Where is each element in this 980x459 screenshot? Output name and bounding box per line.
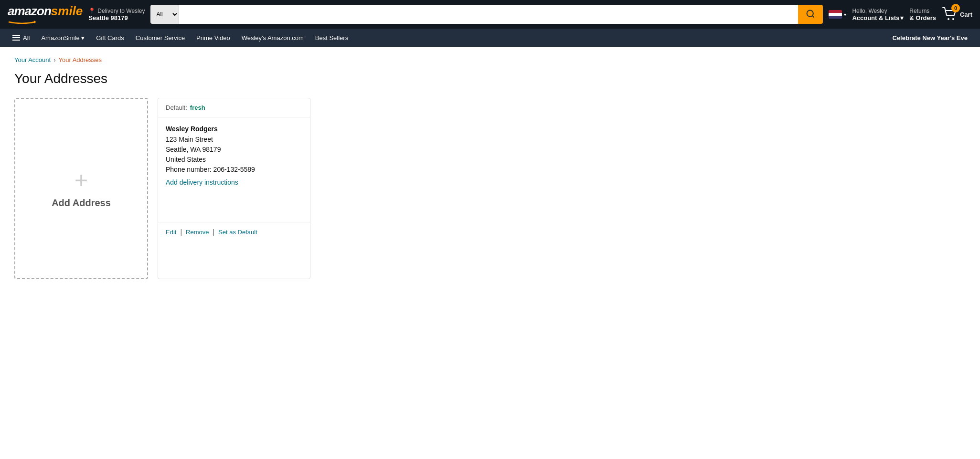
account-chevron-icon: ▾ xyxy=(900,14,904,21)
best-sellers-label: Best Sellers xyxy=(315,34,348,42)
breadcrumb: Your Account › Your Addresses xyxy=(14,56,966,63)
account-menu[interactable]: Hello, Wesley Account & Lists ▾ xyxy=(852,8,904,21)
edit-address-link[interactable]: Edit xyxy=(166,229,176,236)
svg-point-3 xyxy=(948,18,949,20)
add-address-card[interactable]: + Add Address xyxy=(14,98,148,279)
address-street: 123 Main Street xyxy=(166,135,302,145)
search-bar: All xyxy=(150,5,823,24)
navbar: All AmazonSmile ▾ Gift Cards Customer Se… xyxy=(0,29,980,47)
logo[interactable]: amazonsmile xyxy=(8,4,83,25)
returns-line1: Returns xyxy=(909,8,936,14)
plus-icon: + xyxy=(75,169,88,192)
page-title: Your Addresses xyxy=(14,71,966,86)
main-content: Your Account › Your Addresses Your Addre… xyxy=(0,47,980,381)
remove-address-link[interactable]: Remove xyxy=(186,229,209,236)
navbar-customer-service[interactable]: Customer Service xyxy=(131,31,190,44)
navbar-celebrate[interactable]: Celebrate New Year's Eve xyxy=(887,31,972,44)
chevron-down-icon: ▾ xyxy=(844,12,846,17)
search-category-select[interactable]: All xyxy=(150,5,179,24)
header: amazonsmile 📍 Delivery to Wesley Seattle… xyxy=(0,0,980,29)
address-card-header: Default: fresh xyxy=(158,98,310,117)
customer-service-label: Customer Service xyxy=(136,34,185,42)
cart-count: 0 xyxy=(951,4,960,12)
navbar-amazonsmile[interactable]: AmazonSmile ▾ xyxy=(36,31,89,44)
footer-separator-1: | xyxy=(180,228,182,236)
logo-arrow xyxy=(8,20,83,25)
search-input[interactable] xyxy=(179,5,798,24)
location-icon: 📍 xyxy=(88,8,96,14)
add-delivery-instructions-link[interactable]: Add delivery instructions xyxy=(166,178,238,186)
celebrate-label: Celebrate New Year's Eve xyxy=(892,34,968,42)
address-name: Wesley Rodgers xyxy=(166,125,302,133)
breadcrumb-parent-link[interactable]: Your Account xyxy=(14,56,51,63)
add-address-label: Add Address xyxy=(52,198,111,209)
address-city-state-zip: Seattle, WA 98179 xyxy=(166,145,302,155)
delivery-line2-text: Seattle 98179 xyxy=(88,14,145,21)
logo-amazon-text: amazon xyxy=(8,4,51,19)
cart[interactable]: 0 Cart xyxy=(942,7,972,22)
prime-video-label: Prime Video xyxy=(196,34,230,42)
breadcrumb-separator: › xyxy=(53,56,55,63)
us-flag-icon xyxy=(829,10,842,19)
fresh-label: fresh xyxy=(190,104,205,111)
returns-orders[interactable]: Returns & Orders xyxy=(909,8,936,21)
cart-icon xyxy=(942,15,958,22)
footer-separator-2: | xyxy=(213,228,214,236)
account-lists-label: Account & Lists xyxy=(852,14,899,21)
navbar-best-sellers[interactable]: Best Sellers xyxy=(310,31,353,44)
navbar-all-button[interactable]: All xyxy=(8,31,34,44)
delivery-location[interactable]: 📍 Delivery to Wesley Seattle 98179 xyxy=(88,8,145,21)
address-card-footer: Edit | Remove | Set as Default xyxy=(158,222,310,241)
address-phone: Phone number: 206-132-5589 xyxy=(166,165,302,175)
address-country: United States xyxy=(166,155,302,165)
svg-point-1 xyxy=(807,10,813,16)
gift-cards-label: Gift Cards xyxy=(96,34,124,42)
navbar-gift-cards[interactable]: Gift Cards xyxy=(91,31,129,44)
addresses-grid: + Add Address Default: fresh Wesley Rodg… xyxy=(14,98,966,279)
search-button[interactable] xyxy=(798,5,823,24)
breadcrumb-current: Your Addresses xyxy=(58,56,102,63)
logo-smile-text: smile xyxy=(51,4,83,19)
account-greeting: Hello, Wesley xyxy=(852,8,904,14)
cart-label: Cart xyxy=(960,11,972,18)
wesleys-amazon-label: Wesley's Amazon.com xyxy=(242,34,304,42)
language-selector[interactable]: ▾ xyxy=(829,10,846,19)
navbar-wesleys-amazon[interactable]: Wesley's Amazon.com xyxy=(237,31,309,44)
default-label: Default: xyxy=(166,104,187,111)
hamburger-icon xyxy=(12,35,20,41)
navbar-prime-video[interactable]: Prime Video xyxy=(192,31,235,44)
navbar-all-label: All xyxy=(23,34,30,42)
amazonsmile-chevron-icon: ▾ xyxy=(81,34,85,42)
delivery-line1-text: Delivery to Wesley xyxy=(97,8,145,14)
set-default-link[interactable]: Set as Default xyxy=(218,229,257,236)
svg-line-2 xyxy=(812,15,814,17)
svg-point-4 xyxy=(952,18,954,20)
address-card-body: Wesley Rodgers 123 Main Street Seattle, … xyxy=(158,117,310,222)
svg-marker-0 xyxy=(34,21,36,23)
address-card: Default: fresh Wesley Rodgers 123 Main S… xyxy=(158,98,310,279)
search-icon xyxy=(806,9,815,20)
amazonsmile-label: AmazonSmile xyxy=(41,34,79,42)
returns-line2: & Orders xyxy=(909,14,936,21)
